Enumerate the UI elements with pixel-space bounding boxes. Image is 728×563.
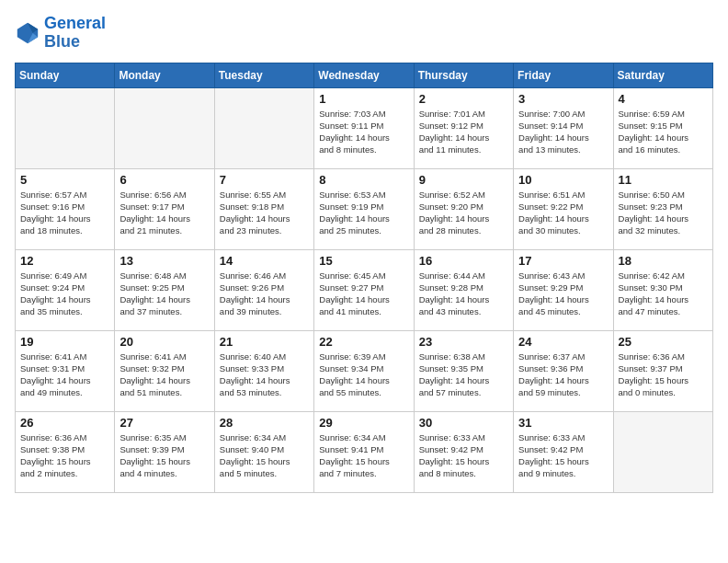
calendar-cell <box>214 87 313 168</box>
calendar-cell: 6Sunrise: 6:56 AM Sunset: 9:17 PM Daylig… <box>115 168 214 249</box>
day-info: Sunrise: 6:43 AM Sunset: 9:29 PM Dayligh… <box>518 270 608 318</box>
calendar-cell <box>16 87 115 168</box>
calendar-week-row: 1Sunrise: 7:03 AM Sunset: 9:11 PM Daylig… <box>16 87 713 168</box>
calendar-week-row: 19Sunrise: 6:41 AM Sunset: 9:31 PM Dayli… <box>16 330 713 411</box>
calendar-cell: 9Sunrise: 6:52 AM Sunset: 9:20 PM Daylig… <box>414 168 513 249</box>
svg-marker-0 <box>17 23 38 43</box>
day-info: Sunrise: 6:40 AM Sunset: 9:33 PM Dayligh… <box>220 350 309 399</box>
day-number: 14 <box>220 254 309 268</box>
calendar-cell: 19Sunrise: 6:41 AM Sunset: 9:31 PM Dayli… <box>16 330 115 411</box>
page-header: General Blue <box>15 15 713 52</box>
day-info: Sunrise: 6:34 AM Sunset: 9:40 PM Dayligh… <box>220 431 309 480</box>
day-info: Sunrise: 6:50 AM Sunset: 9:23 PM Dayligh… <box>619 189 708 237</box>
day-number: 11 <box>619 173 708 187</box>
calendar-cell: 15Sunrise: 6:45 AM Sunset: 9:27 PM Dayli… <box>314 249 414 330</box>
day-info: Sunrise: 6:36 AM Sunset: 9:37 PM Dayligh… <box>619 350 708 399</box>
day-number: 30 <box>419 416 508 430</box>
calendar-cell: 16Sunrise: 6:44 AM Sunset: 9:28 PM Dayli… <box>414 249 513 330</box>
calendar-cell: 28Sunrise: 6:34 AM Sunset: 9:40 PM Dayli… <box>214 411 313 492</box>
day-number: 10 <box>518 173 608 187</box>
calendar-cell: 31Sunrise: 6:33 AM Sunset: 9:42 PM Dayli… <box>514 411 613 492</box>
day-number: 27 <box>119 416 209 430</box>
weekday-header-friday: Friday <box>514 63 613 87</box>
day-number: 13 <box>119 254 209 268</box>
weekday-header-wednesday: Wednesday <box>314 63 414 87</box>
calendar-cell <box>115 87 214 168</box>
day-info: Sunrise: 6:56 AM Sunset: 9:17 PM Dayligh… <box>119 189 209 237</box>
day-number: 31 <box>518 416 608 430</box>
day-number: 16 <box>419 254 508 268</box>
weekday-header-sunday: Sunday <box>16 63 115 87</box>
day-info: Sunrise: 6:38 AM Sunset: 9:35 PM Dayligh… <box>419 350 508 399</box>
calendar-cell: 2Sunrise: 7:01 AM Sunset: 9:12 PM Daylig… <box>414 87 513 168</box>
calendar-table: SundayMondayTuesdayWednesdayThursdayFrid… <box>15 63 713 493</box>
day-info: Sunrise: 6:41 AM Sunset: 9:32 PM Dayligh… <box>119 350 209 399</box>
calendar-cell: 26Sunrise: 6:36 AM Sunset: 9:38 PM Dayli… <box>16 411 115 492</box>
day-number: 8 <box>319 173 408 187</box>
day-info: Sunrise: 6:35 AM Sunset: 9:39 PM Dayligh… <box>119 431 209 480</box>
day-info: Sunrise: 6:52 AM Sunset: 9:20 PM Dayligh… <box>419 189 508 237</box>
logo-icon <box>15 20 40 46</box>
day-number: 25 <box>619 335 708 349</box>
day-info: Sunrise: 6:45 AM Sunset: 9:27 PM Dayligh… <box>319 270 408 318</box>
weekday-header-row: SundayMondayTuesdayWednesdayThursdayFrid… <box>16 63 713 87</box>
day-number: 12 <box>20 254 109 268</box>
calendar-week-row: 26Sunrise: 6:36 AM Sunset: 9:38 PM Dayli… <box>16 411 713 492</box>
calendar-cell: 20Sunrise: 6:41 AM Sunset: 9:32 PM Dayli… <box>115 330 214 411</box>
calendar-cell: 29Sunrise: 6:34 AM Sunset: 9:41 PM Dayli… <box>314 411 414 492</box>
day-number: 21 <box>220 335 309 349</box>
weekday-header-thursday: Thursday <box>414 63 513 87</box>
day-info: Sunrise: 6:46 AM Sunset: 9:26 PM Dayligh… <box>220 270 309 318</box>
weekday-header-tuesday: Tuesday <box>214 63 313 87</box>
day-number: 20 <box>119 335 209 349</box>
weekday-header-saturday: Saturday <box>613 63 712 87</box>
calendar-cell: 18Sunrise: 6:42 AM Sunset: 9:30 PM Dayli… <box>613 249 712 330</box>
calendar-week-row: 5Sunrise: 6:57 AM Sunset: 9:16 PM Daylig… <box>16 168 713 249</box>
calendar-cell: 4Sunrise: 6:59 AM Sunset: 9:15 PM Daylig… <box>613 87 712 168</box>
day-number: 2 <box>419 92 508 106</box>
calendar-cell: 1Sunrise: 7:03 AM Sunset: 9:11 PM Daylig… <box>314 87 414 168</box>
day-number: 29 <box>319 416 408 430</box>
day-number: 9 <box>419 173 508 187</box>
day-number: 17 <box>518 254 608 268</box>
day-info: Sunrise: 6:34 AM Sunset: 9:41 PM Dayligh… <box>319 431 408 480</box>
day-info: Sunrise: 6:51 AM Sunset: 9:22 PM Dayligh… <box>518 189 608 237</box>
calendar-cell: 17Sunrise: 6:43 AM Sunset: 9:29 PM Dayli… <box>514 249 613 330</box>
day-info: Sunrise: 6:59 AM Sunset: 9:15 PM Dayligh… <box>619 108 708 156</box>
logo-text: General Blue <box>44 15 106 52</box>
calendar-cell: 23Sunrise: 6:38 AM Sunset: 9:35 PM Dayli… <box>414 330 513 411</box>
calendar-cell: 13Sunrise: 6:48 AM Sunset: 9:25 PM Dayli… <box>115 249 214 330</box>
day-info: Sunrise: 6:39 AM Sunset: 9:34 PM Dayligh… <box>319 350 408 399</box>
day-info: Sunrise: 6:36 AM Sunset: 9:38 PM Dayligh… <box>20 431 109 480</box>
day-info: Sunrise: 6:53 AM Sunset: 9:19 PM Dayligh… <box>319 189 408 237</box>
day-info: Sunrise: 7:01 AM Sunset: 9:12 PM Dayligh… <box>419 108 508 156</box>
day-number: 3 <box>518 92 608 106</box>
calendar-cell: 30Sunrise: 6:33 AM Sunset: 9:42 PM Dayli… <box>414 411 513 492</box>
calendar-cell: 10Sunrise: 6:51 AM Sunset: 9:22 PM Dayli… <box>514 168 613 249</box>
logo: General Blue <box>15 15 106 52</box>
day-info: Sunrise: 6:42 AM Sunset: 9:30 PM Dayligh… <box>619 270 708 318</box>
calendar-cell <box>613 411 712 492</box>
day-number: 26 <box>20 416 109 430</box>
calendar-cell: 27Sunrise: 6:35 AM Sunset: 9:39 PM Dayli… <box>115 411 214 492</box>
calendar-cell: 3Sunrise: 7:00 AM Sunset: 9:14 PM Daylig… <box>514 87 613 168</box>
calendar-cell: 11Sunrise: 6:50 AM Sunset: 9:23 PM Dayli… <box>613 168 712 249</box>
day-number: 6 <box>119 173 209 187</box>
day-info: Sunrise: 6:44 AM Sunset: 9:28 PM Dayligh… <box>419 270 508 318</box>
calendar-cell: 12Sunrise: 6:49 AM Sunset: 9:24 PM Dayli… <box>16 249 115 330</box>
calendar-cell: 8Sunrise: 6:53 AM Sunset: 9:19 PM Daylig… <box>314 168 414 249</box>
day-info: Sunrise: 6:48 AM Sunset: 9:25 PM Dayligh… <box>119 270 209 318</box>
day-info: Sunrise: 6:33 AM Sunset: 9:42 PM Dayligh… <box>419 431 508 480</box>
day-info: Sunrise: 6:55 AM Sunset: 9:18 PM Dayligh… <box>220 189 309 237</box>
calendar-cell: 7Sunrise: 6:55 AM Sunset: 9:18 PM Daylig… <box>214 168 313 249</box>
day-number: 5 <box>20 173 109 187</box>
day-info: Sunrise: 6:49 AM Sunset: 9:24 PM Dayligh… <box>20 270 109 318</box>
calendar-cell: 22Sunrise: 6:39 AM Sunset: 9:34 PM Dayli… <box>314 330 414 411</box>
day-info: Sunrise: 6:41 AM Sunset: 9:31 PM Dayligh… <box>20 350 109 399</box>
weekday-header-monday: Monday <box>115 63 214 87</box>
day-number: 24 <box>518 335 608 349</box>
day-info: Sunrise: 6:57 AM Sunset: 9:16 PM Dayligh… <box>20 189 109 237</box>
day-info: Sunrise: 7:03 AM Sunset: 9:11 PM Dayligh… <box>319 108 408 156</box>
calendar-week-row: 12Sunrise: 6:49 AM Sunset: 9:24 PM Dayli… <box>16 249 713 330</box>
day-number: 28 <box>220 416 309 430</box>
